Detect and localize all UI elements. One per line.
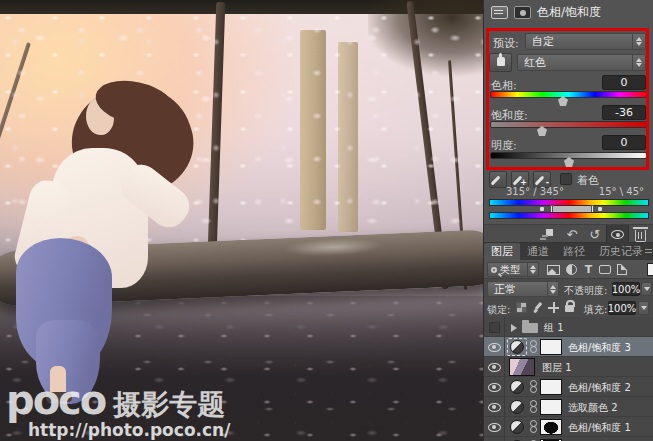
delete-adjustment-button[interactable] [630, 227, 650, 242]
opacity-value-input[interactable]: 100% [612, 282, 640, 296]
visibility-well[interactable] [484, 357, 505, 377]
layer-row-layer-1[interactable]: 图层 1 [484, 357, 653, 377]
layer-name: 选取颜色 2 [568, 401, 618, 415]
layer-mask-thumbnail[interactable] [540, 399, 562, 415]
image-icon [547, 265, 560, 275]
clip-icon [540, 229, 553, 240]
link-icon [529, 380, 537, 394]
opacity-label: 不透明度: [564, 284, 607, 298]
saturation-value-input[interactable]: -36 [602, 105, 646, 120]
filter-kind-dropdown[interactable]: 类型 [487, 262, 539, 277]
hue-slider[interactable] [490, 91, 647, 98]
layer-row-group-1[interactable]: 组 1 [484, 317, 653, 337]
channel-value: 红色 [518, 55, 632, 70]
layer-row-hue-sat-1[interactable]: 色相/饱和度 1 [484, 417, 653, 437]
layer-mask-thumbnail[interactable] [540, 339, 562, 355]
properties-panel-icon [491, 6, 508, 19]
lock-all-button[interactable] [562, 299, 577, 312]
tab-channels[interactable]: 通道 [520, 243, 556, 260]
colorize-checkbox[interactable] [560, 173, 572, 185]
lock-transparency-button[interactable] [514, 301, 529, 314]
expand-triangle-icon[interactable] [511, 324, 517, 332]
eye-icon [488, 423, 501, 432]
view-previous-state-button[interactable]: ↶ [562, 227, 582, 242]
smart-object-icon [617, 264, 627, 275]
fill-stepper-button[interactable] [638, 301, 649, 315]
eye-icon [611, 230, 624, 239]
hue-range-dot-right[interactable] [598, 207, 602, 211]
preset-value: 自定 [526, 34, 632, 49]
layer-name: 色相/饱和度 2 [568, 381, 631, 395]
lock-position-button[interactable] [546, 301, 561, 314]
tab-layers[interactable]: 图层 [484, 243, 520, 260]
layer-row-brightness-contrast-1[interactable]: 亮度/对比度 1 [484, 437, 653, 441]
layer-name: 组 1 [544, 321, 564, 335]
adjustment-layer-icon[interactable] [510, 420, 524, 434]
filter-smart-objects-button[interactable] [614, 263, 629, 276]
layer-mask-thumbnail[interactable] [540, 419, 562, 435]
properties-title: 色相/饱和度 [537, 4, 601, 21]
adjustment-layer-icon[interactable] [510, 380, 524, 394]
layer-mask-thumbnail[interactable] [540, 379, 562, 395]
filter-pixel-layers-button[interactable] [546, 263, 561, 276]
layer-row-hue-sat-3[interactable]: 色相/饱和度 3 [484, 337, 653, 357]
move-icon [548, 302, 559, 313]
blend-mode-dropdown[interactable]: 正常 [487, 281, 559, 297]
eye-icon [488, 363, 501, 372]
filter-type-layers-button[interactable]: T [581, 263, 596, 276]
channel-dropdown[interactable]: 红色 [517, 54, 646, 71]
lightness-label: 明度: [491, 138, 517, 153]
layer-filter-row: 类型 T [484, 260, 653, 279]
watermark: poco 摄影专题 http://photo.poco.cn/ [6, 380, 230, 439]
blend-row: 正常 不透明度: 100% [484, 280, 653, 298]
visibility-well[interactable] [484, 397, 505, 417]
preset-label: 预设: [493, 36, 519, 51]
filter-shape-layers-button[interactable] [597, 263, 612, 276]
visibility-well[interactable] [484, 437, 505, 441]
lock-icon [565, 305, 574, 312]
tab-history[interactable]: 历史记录 [592, 243, 650, 260]
layer-row-hue-sat-2[interactable]: 色相/饱和度 2 [484, 377, 653, 397]
stepper-icon [527, 263, 538, 276]
previous-state-icon: ↶ [567, 228, 578, 241]
link-icon [529, 400, 537, 414]
layers-panel: 图层 通道 路径 历史记录 类型 T [484, 243, 653, 441]
lock-paint-button[interactable] [530, 301, 545, 314]
layer-list: 组 1 色相/饱和度 3 图层 1 [484, 317, 653, 441]
visibility-well[interactable] [484, 377, 505, 397]
layer-row-selective-color-2[interactable]: 选取颜色 2 [484, 397, 653, 417]
lock-label: 锁定: [487, 303, 510, 317]
filter-toggle-swatch[interactable] [647, 263, 653, 276]
stepper-icon [632, 34, 645, 49]
saturation-slider[interactable] [490, 121, 647, 128]
adjustment-layer-icon[interactable] [510, 340, 524, 354]
clip-to-layer-button[interactable] [536, 227, 556, 242]
layer-name: 色相/饱和度 3 [568, 341, 631, 355]
eye-icon [488, 383, 501, 392]
tab-paths[interactable]: 路径 [556, 243, 592, 260]
brush-icon [532, 302, 544, 314]
search-icon [491, 267, 497, 273]
hue-value-input[interactable]: 0 [602, 75, 646, 90]
eyedropper-button[interactable] [489, 171, 507, 188]
watermark-brand: poco [6, 380, 105, 420]
visibility-well[interactable] [484, 417, 505, 437]
adjustment-layer-icon[interactable] [510, 400, 524, 414]
visibility-well[interactable] [484, 317, 505, 337]
toggle-visibility-button[interactable] [606, 225, 629, 244]
canvas-photo[interactable]: poco 摄影专题 http://photo.poco.cn/ [0, 0, 483, 441]
hue-spectrum-bottom [489, 212, 649, 219]
fill-value-input[interactable]: 100% [608, 301, 636, 315]
preset-dropdown[interactable]: 自定 [525, 33, 646, 50]
opacity-stepper-button[interactable] [641, 282, 652, 296]
reset-adjustment-button[interactable]: ↺ [585, 227, 605, 242]
hue-range-dot-left[interactable] [540, 207, 544, 211]
right-panel: 色相/饱和度 预设: 自定 红色 色相: 0 饱和度: -36 明度: [483, 0, 653, 441]
lightness-value-input[interactable]: 0 [602, 135, 646, 150]
visibility-well[interactable] [484, 337, 505, 357]
layer-thumbnail[interactable] [509, 358, 535, 376]
shape-icon [599, 265, 611, 274]
filter-adjustment-layers-button[interactable] [564, 263, 579, 276]
targeted-adjustment-tool-button[interactable] [489, 53, 512, 72]
panel-menu-icon[interactable] [645, 249, 652, 250]
